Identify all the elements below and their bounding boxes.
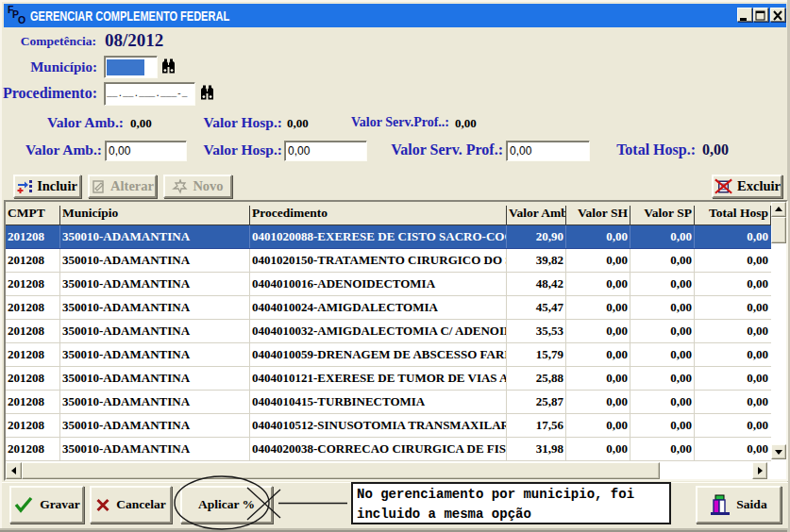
svg-text:O: O xyxy=(18,14,25,25)
